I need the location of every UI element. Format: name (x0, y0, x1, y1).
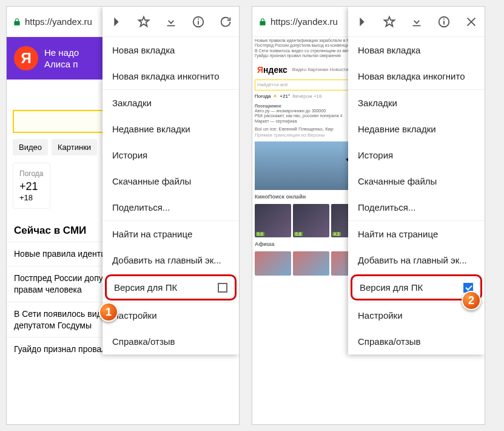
menu-incognito[interactable]: Новая вкладка инкогнито (102, 63, 239, 89)
forward-icon[interactable] (110, 15, 123, 29)
menu-history[interactable]: История (348, 142, 485, 168)
browser-menu: Новая вкладка Новая вкладка инкогнито За… (102, 7, 239, 355)
download-icon[interactable] (164, 15, 178, 29)
tab-images[interactable]: Картинки (52, 139, 97, 155)
lock-icon (13, 18, 21, 26)
phone-left: https://yandex.ru Я Не надо Алиса п Виде… (6, 6, 240, 425)
yandex-logo-icon: Я (14, 46, 38, 70)
menu-downloads[interactable]: Скачанные файлы (102, 168, 239, 194)
menu-add-home[interactable]: Добавить на главный эк... (102, 247, 239, 273)
tab-video[interactable]: Видео (13, 139, 48, 155)
weather-widget[interactable]: Погода +21 +18 (13, 163, 50, 209)
menu-recent-tabs[interactable]: Недавние вкладки (348, 116, 485, 142)
desktop-checkbox-unchecked[interactable] (218, 283, 227, 293)
menu-history[interactable]: История (102, 142, 239, 168)
refresh-icon[interactable] (219, 15, 232, 29)
menu-bookmarks[interactable]: Закладки (348, 89, 485, 116)
menu-add-home[interactable]: Добавить на главный эк... (348, 247, 485, 273)
download-icon[interactable] (410, 15, 423, 29)
movie-thumb[interactable]: 6.6 (255, 204, 291, 237)
menu-toolbar (102, 7, 239, 37)
menu-desktop-site[interactable]: Версия для ПК (105, 274, 237, 300)
menu-find[interactable]: Найти на странице (102, 220, 239, 247)
close-icon[interactable] (465, 15, 478, 29)
movie-thumb[interactable]: 6.8 (293, 204, 329, 237)
menu-downloads[interactable]: Скачанные файлы (348, 168, 485, 194)
menu-incognito[interactable]: Новая вкладка инкогнито (348, 63, 485, 89)
info-icon[interactable] (192, 15, 205, 29)
forward-icon[interactable] (355, 15, 369, 29)
yandex-logo[interactable]: Яндекс (255, 63, 290, 77)
banner-text: Не надо Алиса п (44, 47, 79, 70)
menu-bookmarks[interactable]: Закладки (102, 89, 239, 116)
info-icon[interactable] (437, 15, 451, 29)
afisha-thumb[interactable] (255, 251, 291, 276)
callout-badge-2: 2 (462, 291, 481, 310)
menu-help[interactable]: Справка/отзыв (102, 328, 239, 355)
menu-toolbar (348, 7, 485, 37)
callout-badge-1: 1 (99, 302, 118, 322)
menu-share[interactable]: Поделиться... (102, 194, 239, 220)
afisha-thumb[interactable] (293, 251, 329, 276)
menu-settings[interactable]: Настройки (102, 302, 239, 328)
menu-new-tab[interactable]: Новая вкладка (348, 37, 485, 63)
star-icon[interactable] (383, 15, 396, 29)
phone-right: https://yandex.ru Новые правила ид​ентиф… (252, 6, 485, 425)
menu-new-tab[interactable]: Новая вкладка (102, 37, 239, 63)
star-icon[interactable] (137, 15, 150, 29)
lock-icon (258, 18, 267, 26)
menu-help[interactable]: Справка/отзыв (348, 328, 485, 355)
menu-share[interactable]: Поделиться... (348, 194, 485, 220)
menu-find[interactable]: Найти на странице (348, 220, 485, 247)
menu-recent-tabs[interactable]: Недавние вкладки (102, 116, 239, 142)
